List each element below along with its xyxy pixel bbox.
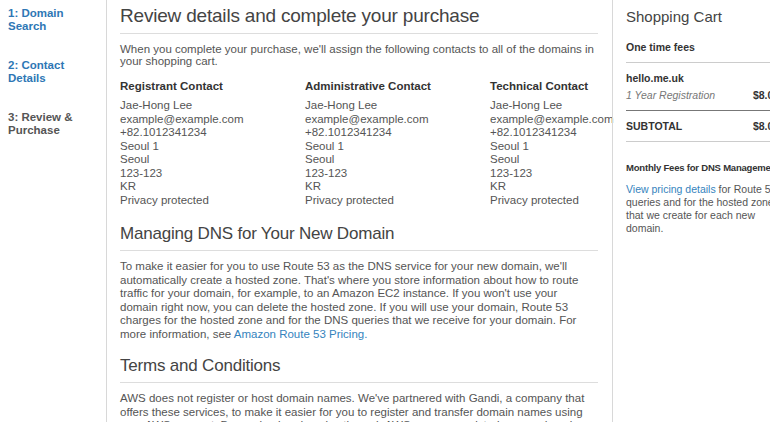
cart-item-description: 1 Year Registration — [626, 89, 715, 101]
registrant-contact-column: Registrant Contact Jae-Hong Lee example@… — [120, 80, 305, 207]
monthly-fees-title: Monthly Fees for DNS Management — [626, 162, 770, 173]
contact-privacy: Privacy protected — [490, 194, 614, 208]
cart-item-domain: hello.me.uk — [626, 72, 770, 84]
contact-name: Jae-Hong Lee — [490, 99, 614, 113]
contact-country: KR — [120, 180, 305, 194]
administrative-contact-column: Administrative Contact Jae-Hong Lee exam… — [305, 80, 490, 207]
subtotal-label: SUBTOTAL — [626, 120, 682, 132]
subtotal-value: $8.00 — [753, 120, 770, 132]
contact-email: example@example.com — [120, 113, 305, 127]
page-title: Review details and complete your purchas… — [120, 5, 598, 27]
contact-city: Seoul — [305, 153, 490, 167]
contact-name: Jae-Hong Lee — [305, 99, 490, 113]
dns-section-title: Managing DNS for Your New Domain — [120, 224, 598, 244]
steps-sidebar: 1: Domain Search 2: Contact Details 3: R… — [0, 0, 107, 422]
sidebar-item-review-purchase: 3: Review & Purchase — [8, 111, 102, 137]
contact-address1: Seoul 1 — [305, 140, 490, 154]
divider — [120, 250, 598, 251]
main-content: Review details and complete your purchas… — [107, 0, 612, 422]
contact-privacy: Privacy protected — [120, 194, 305, 208]
divider — [120, 382, 598, 383]
terms-section-title: Terms and Conditions — [120, 356, 598, 376]
contact-city: Seoul — [120, 153, 305, 167]
page: 1: Domain Search 2: Contact Details 3: R… — [0, 0, 770, 422]
route53-pricing-link[interactable]: Amazon Route 53 Pricing. — [234, 328, 368, 340]
one-time-fees-label: One time fees — [626, 41, 770, 53]
contact-address1: Seoul 1 — [120, 140, 305, 154]
technical-contact-column: Technical Contact Jae-Hong Lee example@e… — [490, 80, 614, 207]
cart-item-row: 1 Year Registration $8.00 — [626, 89, 770, 101]
contact-email: example@example.com — [490, 113, 614, 127]
terms-section: Terms and Conditions AWS does not regist… — [120, 356, 598, 422]
cart-item-price: $8.00 — [753, 89, 770, 101]
contact-privacy: Privacy protected — [305, 194, 490, 208]
shopping-cart-title: Shopping Cart — [626, 8, 770, 25]
contact-address1: Seoul 1 — [490, 140, 614, 154]
contact-country: KR — [490, 180, 614, 194]
divider — [626, 141, 770, 142]
contact-column-title: Technical Contact — [490, 80, 614, 92]
sidebar-item-contact-details[interactable]: 2: Contact Details — [8, 59, 102, 85]
divider — [626, 62, 770, 63]
divider — [120, 33, 598, 34]
dns-section: Managing DNS for Your New Domain To make… — [120, 224, 598, 341]
cart-subtotal-row: SUBTOTAL $8.00 — [626, 120, 770, 132]
divider — [626, 110, 770, 111]
monthly-fees-text: View pricing details for Route 53 querie… — [626, 183, 770, 235]
terms-section-body: AWS does not register or host domain nam… — [120, 392, 598, 422]
contact-city: Seoul — [490, 153, 614, 167]
contact-country: KR — [305, 180, 490, 194]
contact-column-title: Administrative Contact — [305, 80, 490, 92]
contact-postal-code: 123-123 — [490, 167, 614, 181]
contact-email: example@example.com — [305, 113, 490, 127]
contact-postal-code: 123-123 — [120, 167, 305, 181]
view-pricing-details-link[interactable]: View pricing details — [626, 183, 716, 195]
contact-phone: +82.1012341234 — [305, 126, 490, 140]
contact-phone: +82.1012341234 — [490, 126, 614, 140]
intro-text: When you complete your purchase, we'll a… — [120, 43, 598, 67]
contact-name: Jae-Hong Lee — [120, 99, 305, 113]
contact-postal-code: 123-123 — [305, 167, 490, 181]
dns-section-body: To make it easier for you to use Route 5… — [120, 260, 598, 341]
contact-phone: +82.1012341234 — [120, 126, 305, 140]
sidebar-item-domain-search[interactable]: 1: Domain Search — [8, 7, 102, 33]
contacts-summary: Registrant Contact Jae-Hong Lee example@… — [120, 80, 598, 207]
shopping-cart-panel: Shopping Cart One time fees hello.me.uk … — [612, 0, 770, 422]
contact-column-title: Registrant Contact — [120, 80, 305, 92]
